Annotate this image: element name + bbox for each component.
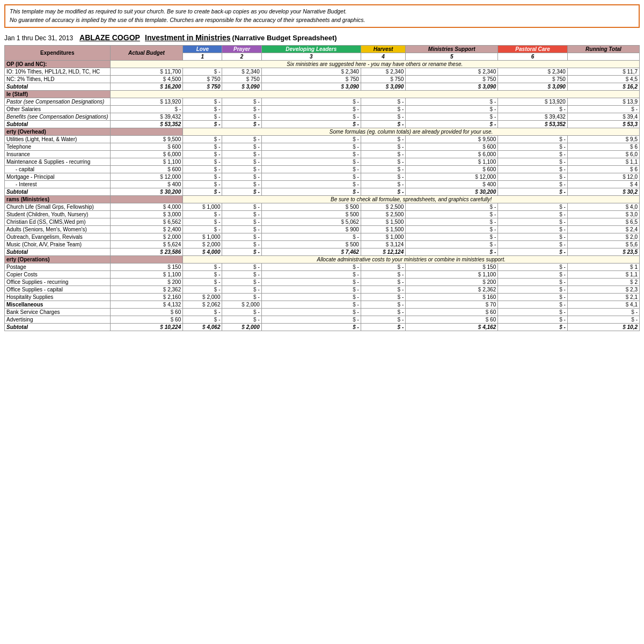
row-label: Hospitality Supplies [5,293,111,301]
col-header-love: Love [183,45,222,53]
section-note: Six ministries are suggested here - you … [110,60,639,68]
cell-actual: $ 6,562 [110,218,183,225]
cell-running: $ 1,1 [567,270,639,278]
cell-prayer: $ 750 [222,75,261,83]
cell-pastoral: $ 750 [498,75,568,83]
section-name: rams (Ministries) [5,195,111,203]
cell-prayer: $ - [222,143,261,150]
cell-pastoral: $ - [498,188,568,195]
cell-love: $ - [183,278,222,286]
cell-actual: $ 12,000 [110,173,183,180]
cell-actual: $ 400 [110,180,183,188]
row-label: Subtotal [5,120,111,128]
section-header-row: erty (Overhead)Some formulas (eg. column… [5,128,640,135]
cell-running: $ 5,6 [567,240,639,248]
cell-developing: $ 750 [261,75,361,83]
cell-pastoral: $ - [498,203,568,210]
cell-love: $ - [183,68,222,75]
cell-love: $ - [183,210,222,218]
cell-running: $ 11,7 [567,68,639,75]
cell-actual: $ 4,000 [110,203,183,210]
table-row: Insurance$ 6,000$ -$ -$ -$ -$ 6,000$ -$ … [5,150,640,158]
cell-running: $ 9,5 [567,135,639,143]
cell-love: $ - [183,113,222,120]
cell-ministries: $ 12,000 [406,173,498,180]
cell-developing: $ - [261,323,361,331]
cell-prayer: $ - [222,278,261,286]
cell-pastoral: $ - [498,270,568,278]
cell-love: $ 2,000 [183,240,222,248]
cell-pastoral: $ - [498,165,568,173]
cell-actual: $ 9,500 [110,135,183,143]
cell-actual: $ 150 [110,263,183,270]
cell-prayer: $ - [222,210,261,218]
section-note [110,90,639,98]
cell-harvest: $ 1,500 [361,218,405,225]
cell-ministries: $ 750 [406,75,498,83]
cell-developing: $ - [261,278,361,286]
cell-prayer: $ - [222,105,261,113]
row-label: Student (Children, Youth, Nursery) [5,210,111,218]
col-num-love: 1 [183,53,222,60]
org-name: ABLAZE COGOP [79,33,140,42]
cell-developing: $ - [261,173,361,180]
cell-prayer: $ - [222,113,261,120]
cell-actual: $ 16,200 [110,83,183,90]
cell-ministries: $ - [406,233,498,240]
cell-ministries: $ 1,100 [406,158,498,165]
cell-actual: $ 1,100 [110,158,183,165]
cell-love: $ - [183,150,222,158]
table-row: Bank Service Charges$ 60$ -$ -$ -$ -$ 60… [5,308,640,316]
table-row: Subtotal$ 23,586$ 4,000$ -$ 7,462$ 12,12… [5,248,640,255]
cell-actual: $ 4,500 [110,75,183,83]
cell-pastoral: $ - [498,301,568,308]
cell-harvest: $ 750 [361,75,405,83]
cell-love: $ - [183,158,222,165]
cell-prayer: $ - [222,150,261,158]
cell-prayer: $ - [222,120,261,128]
row-label: Benefits (see Compensation Designations) [5,113,111,120]
cell-pastoral: $ 13,920 [498,98,568,105]
cell-love: $ - [183,98,222,105]
cell-ministries: $ - [406,248,498,255]
cell-actual: $ 2,160 [110,293,183,301]
row-label: Postage [5,263,111,270]
cell-developing: $ - [261,301,361,308]
cell-prayer: $ - [222,180,261,188]
cell-developing: $ 900 [261,225,361,233]
cell-running: $ 2,1 [567,293,639,301]
cell-prayer: $ - [222,158,261,165]
cell-ministries: $ 600 [406,143,498,150]
section-header-row: OP (IO and NC):Six ministries are sugges… [5,60,640,68]
cell-actual: $ 39,432 [110,113,183,120]
cell-love: $ 750 [183,83,222,90]
cell-prayer: $ - [222,135,261,143]
table-row: - Interest$ 400$ -$ -$ -$ -$ 400$ -$ 4 [5,180,640,188]
cell-developing: $ - [261,286,361,293]
cell-love: $ - [183,120,222,128]
cell-actual: $ 23,586 [110,248,183,255]
cell-actual: $ 3,000 [110,210,183,218]
cell-harvest: $ - [361,286,405,293]
cell-actual: $ 11,700 [110,68,183,75]
cell-ministries: $ - [406,210,498,218]
cell-love: $ - [183,308,222,316]
cell-love: $ 4,062 [183,323,222,331]
cell-prayer: $ - [222,165,261,173]
row-label: Miscellaneous [5,301,111,308]
cell-pastoral: $ 2,340 [498,68,568,75]
cell-running: $ 6 [567,165,639,173]
table-row: Hospitality Supplies$ 2,160$ 2,000$ -$ -… [5,293,640,301]
cell-prayer: $ 2,000 [222,323,261,331]
table-row: Subtotal$ 30,200$ -$ -$ -$ -$ 30,200$ -$… [5,188,640,195]
table-row: Copier Costs$ 1,100$ -$ -$ -$ -$ 1,100$ … [5,270,640,278]
cell-harvest: $ 1,000 [361,233,405,240]
col-header-prayer: Prayer [222,45,261,53]
cell-actual: $ 200 [110,278,183,286]
cell-actual: $ 53,352 [110,120,183,128]
cell-harvest: $ - [361,323,405,331]
row-label: Pastor (see Compensation Designations) [5,98,111,105]
cell-running: $ 1 [567,263,639,270]
table-row: - capital$ 600$ -$ -$ -$ -$ 600$ -$ 6 [5,165,640,173]
cell-developing: $ 3,090 [261,83,361,90]
